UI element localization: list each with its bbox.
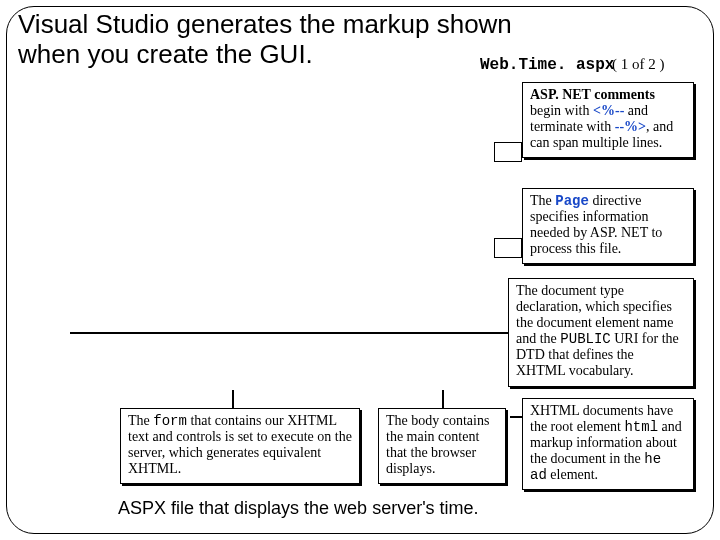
callout-page-directive: The Page directive specifies information… [522, 188, 694, 264]
code-token: Page [555, 193, 589, 209]
callout-xhtml-root: XHTML documents have the root element ht… [522, 398, 694, 490]
connector-line [232, 390, 234, 408]
callout-text: The body contains the main content that … [386, 413, 489, 476]
connector-line [70, 332, 508, 334]
code-token: <%-- [593, 103, 624, 118]
code-token: --%> [615, 119, 646, 134]
callout-text: The [128, 413, 153, 428]
code-token: form [153, 413, 187, 429]
callout-body: The body contains the main content that … [378, 408, 506, 484]
callout-text: element. [547, 467, 598, 482]
callout-text: The [530, 193, 555, 208]
filename-label: Web.Time. aspx [480, 56, 614, 74]
connector-stub [494, 238, 522, 258]
callout-form: The form that contains our XHTML text an… [120, 408, 360, 484]
callout-text: ASP. NET comments [530, 87, 655, 102]
slide-caption: ASPX file that displays the web server's… [118, 498, 479, 519]
connector-line [442, 390, 444, 408]
callout-aspnet-comments: ASP. NET comments begin with <%-- and te… [522, 82, 694, 158]
connector-stub [494, 142, 522, 162]
code-token: PUBLIC [560, 331, 610, 347]
page-indicator: ( 1 of 2 ) [612, 56, 665, 73]
code-token: html [624, 419, 658, 435]
callout-text: begin with [530, 103, 593, 118]
connector-line [510, 416, 522, 418]
callout-doctype: The document type declaration, which spe… [508, 278, 694, 387]
